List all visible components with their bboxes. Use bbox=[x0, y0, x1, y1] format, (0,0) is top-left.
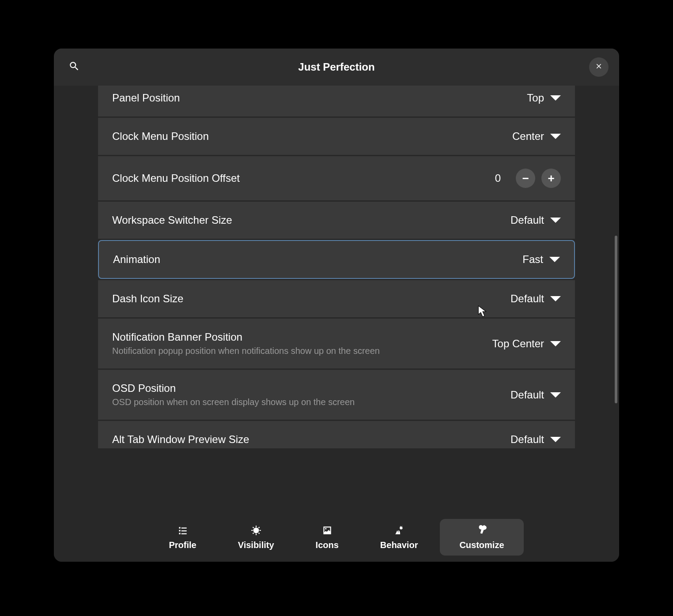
search-button[interactable] bbox=[64, 57, 84, 77]
dropdown-control[interactable]: Default bbox=[510, 214, 561, 226]
dropdown-control[interactable]: Center bbox=[512, 130, 561, 143]
increment-button[interactable]: + bbox=[541, 169, 561, 188]
window-title: Just Perfection bbox=[84, 61, 589, 73]
decrement-button[interactable]: − bbox=[516, 169, 535, 188]
stepper-control: 0 − + bbox=[495, 169, 561, 188]
list-icon bbox=[177, 524, 189, 537]
setting-value: Fast bbox=[522, 253, 543, 266]
setting-label: Workspace Switcher Size bbox=[112, 214, 232, 226]
tab-behavior[interactable]: Behavior bbox=[361, 519, 438, 556]
tab-label: Customize bbox=[459, 540, 504, 550]
close-icon bbox=[595, 62, 603, 72]
setting-value: Default bbox=[510, 433, 544, 446]
dropdown-control[interactable]: Top Center bbox=[492, 338, 561, 350]
setting-row-dash-icon-size[interactable]: Dash Icon Size Default bbox=[98, 280, 575, 317]
chevron-down-icon bbox=[550, 134, 561, 139]
behavior-icon bbox=[393, 524, 405, 537]
settings-content: Panel Position Top Clock Menu Position C… bbox=[54, 86, 619, 513]
tab-label: Icons bbox=[316, 540, 339, 550]
setting-row-workspace-switcher-size[interactable]: Workspace Switcher Size Default bbox=[98, 202, 575, 239]
setting-value: Default bbox=[510, 389, 544, 401]
setting-row-panel-position[interactable]: Panel Position Top bbox=[98, 86, 575, 116]
setting-label: Clock Menu Position Offset bbox=[112, 172, 240, 184]
dropdown-control[interactable]: Default bbox=[510, 433, 561, 446]
setting-value: Top bbox=[527, 92, 544, 104]
tab-label: Profile bbox=[169, 540, 196, 550]
setting-row-notification-banner-position[interactable]: Notification Banner Position Notificatio… bbox=[98, 319, 575, 368]
setting-subtitle: Notification popup position when notific… bbox=[112, 346, 380, 356]
settings-window: Just Perfection Panel Position Top Clock… bbox=[54, 49, 619, 562]
header: Just Perfection bbox=[54, 49, 619, 86]
tab-profile[interactable]: Profile bbox=[149, 519, 216, 556]
setting-value: Center bbox=[512, 130, 544, 143]
setting-label: OSD Position bbox=[112, 382, 355, 394]
chevron-down-icon bbox=[549, 257, 560, 262]
tab-label: Behavior bbox=[380, 540, 418, 550]
setting-label: Animation bbox=[113, 253, 160, 266]
chevron-down-icon bbox=[550, 341, 561, 346]
setting-value: Top Center bbox=[492, 338, 544, 350]
setting-label: Clock Menu Position bbox=[112, 130, 209, 143]
setting-row-osd-position[interactable]: OSD Position OSD position when on screen… bbox=[98, 370, 575, 420]
scrollbar[interactable] bbox=[615, 236, 617, 403]
tab-icons[interactable]: Icons bbox=[296, 519, 358, 556]
chevron-down-icon bbox=[550, 437, 561, 442]
chevron-down-icon bbox=[550, 95, 561, 101]
dropdown-control[interactable]: Top bbox=[527, 92, 561, 104]
sun-icon bbox=[250, 524, 262, 537]
paint-icon bbox=[476, 524, 488, 537]
plus-icon: + bbox=[548, 172, 554, 185]
dropdown-control[interactable]: Default bbox=[510, 293, 561, 305]
chevron-down-icon bbox=[550, 392, 561, 398]
setting-row-clock-menu-position[interactable]: Clock Menu Position Center bbox=[98, 118, 575, 155]
setting-value: Default bbox=[510, 214, 544, 226]
chevron-down-icon bbox=[550, 296, 561, 301]
tab-visibility[interactable]: Visibility bbox=[219, 519, 294, 556]
dropdown-control[interactable]: Fast bbox=[522, 253, 560, 266]
setting-text: Notification Banner Position Notificatio… bbox=[112, 331, 380, 356]
tab-bar: Profile Visibility Icons Behavior Custom… bbox=[54, 513, 619, 562]
setting-label: Alt Tab Window Preview Size bbox=[112, 433, 249, 446]
setting-text: OSD Position OSD position when on screen… bbox=[112, 382, 355, 407]
image-icon bbox=[321, 524, 333, 537]
setting-subtitle: OSD position when on screen display show… bbox=[112, 397, 355, 407]
dropdown-control[interactable]: Default bbox=[510, 389, 561, 401]
setting-label: Panel Position bbox=[112, 92, 180, 104]
setting-row-alt-tab-preview-size[interactable]: Alt Tab Window Preview Size Default bbox=[98, 421, 575, 448]
chevron-down-icon bbox=[550, 218, 561, 223]
stepper-value: 0 bbox=[495, 172, 501, 184]
minus-icon: − bbox=[522, 172, 529, 185]
setting-value: Default bbox=[510, 293, 544, 305]
setting-row-clock-menu-offset[interactable]: Clock Menu Position Offset 0 − + bbox=[98, 156, 575, 200]
setting-row-animation[interactable]: Animation Fast bbox=[98, 240, 575, 279]
tab-customize[interactable]: Customize bbox=[440, 519, 523, 556]
tab-label: Visibility bbox=[238, 540, 274, 550]
setting-label: Dash Icon Size bbox=[112, 293, 183, 305]
close-button[interactable] bbox=[589, 57, 609, 77]
search-icon bbox=[68, 60, 80, 74]
setting-label: Notification Banner Position bbox=[112, 331, 380, 343]
